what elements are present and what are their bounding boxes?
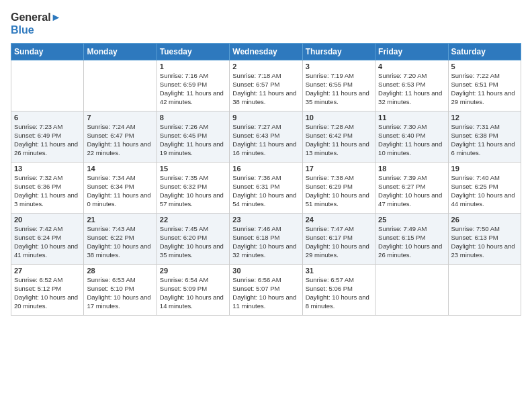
calendar-body: 1 Sunrise: 7:16 AM Sunset: 6:59 PM Dayli… — [11, 60, 521, 316]
sunrise-text: Sunrise: 7:38 AM — [306, 174, 372, 183]
sunrise-text: Sunrise: 6:53 AM — [87, 276, 153, 285]
sunrise-text: Sunrise: 7:20 AM — [378, 72, 445, 81]
day-number: 2 — [232, 62, 299, 71]
daylight-text: Daylight: 11 hours and 16 minutes. — [232, 140, 299, 158]
day-number: 6 — [14, 113, 81, 122]
day-number: 4 — [378, 62, 445, 71]
sunrise-text: Sunrise: 7:42 AM — [14, 225, 81, 234]
cell-content: Sunrise: 7:24 AM Sunset: 6:47 PM Dayligh… — [87, 123, 153, 157]
calendar-cell: 10 Sunrise: 7:28 AM Sunset: 6:42 PM Dayl… — [302, 111, 375, 163]
cell-content: Sunrise: 7:31 AM Sunset: 6:38 PM Dayligh… — [451, 123, 518, 157]
calendar-cell — [448, 265, 521, 316]
cell-content: Sunrise: 7:26 AM Sunset: 6:45 PM Dayligh… — [160, 123, 226, 157]
sunrise-text: Sunrise: 7:23 AM — [14, 123, 81, 132]
sunset-text: Sunset: 6:34 PM — [87, 183, 153, 191]
header-cell-thursday: Thursday — [302, 44, 375, 60]
sunrise-text: Sunrise: 7:26 AM — [160, 123, 226, 132]
day-number: 31 — [306, 267, 372, 275]
calendar-cell: 11 Sunrise: 7:30 AM Sunset: 6:40 PM Dayl… — [375, 111, 448, 163]
cell-content: Sunrise: 7:35 AM Sunset: 6:32 PM Dayligh… — [160, 174, 226, 208]
calendar-cell: 8 Sunrise: 7:26 AM Sunset: 6:45 PM Dayli… — [157, 111, 229, 163]
calendar-cell: 23 Sunrise: 7:46 AM Sunset: 6:18 PM Dayl… — [230, 214, 302, 265]
sunrise-text: Sunrise: 7:47 AM — [306, 225, 372, 234]
sunset-text: Sunset: 6:24 PM — [14, 234, 81, 242]
daylight-text: Daylight: 10 hours and 35 minutes. — [160, 242, 226, 260]
day-number: 24 — [306, 216, 372, 224]
sunrise-text: Sunrise: 7:32 AM — [14, 174, 81, 183]
daylight-text: Daylight: 10 hours and 17 minutes. — [87, 293, 153, 311]
daylight-text: Daylight: 11 hours and 42 minutes. — [160, 89, 226, 107]
calendar-header: SundayMondayTuesdayWednesdayThursdayFrid… — [11, 44, 521, 60]
daylight-text: Daylight: 10 hours and 38 minutes. — [87, 242, 153, 260]
week-row-2: 6 Sunrise: 7:23 AM Sunset: 6:49 PM Dayli… — [11, 111, 521, 163]
cell-content: Sunrise: 7:18 AM Sunset: 6:57 PM Dayligh… — [232, 72, 299, 106]
daylight-text: Daylight: 11 hours and 35 minutes. — [306, 89, 372, 107]
cell-content: Sunrise: 7:42 AM Sunset: 6:24 PM Dayligh… — [14, 225, 81, 259]
day-number: 22 — [160, 216, 226, 224]
sunrise-text: Sunrise: 7:19 AM — [306, 72, 372, 81]
day-number: 18 — [378, 165, 445, 173]
sunrise-text: Sunrise: 7:16 AM — [160, 72, 226, 81]
sunset-text: Sunset: 5:12 PM — [14, 285, 81, 293]
sunset-text: Sunset: 6:43 PM — [232, 132, 299, 140]
sunset-text: Sunset: 6:25 PM — [451, 183, 518, 191]
sunset-text: Sunset: 6:53 PM — [378, 81, 445, 89]
week-row-4: 20 Sunrise: 7:42 AM Sunset: 6:24 PM Dayl… — [11, 214, 521, 265]
sunrise-text: Sunrise: 7:46 AM — [232, 225, 299, 234]
header-cell-saturday: Saturday — [448, 44, 521, 60]
header-cell-sunday: Sunday — [11, 44, 84, 60]
calendar-cell: 12 Sunrise: 7:31 AM Sunset: 6:38 PM Dayl… — [448, 111, 521, 163]
calendar-cell: 20 Sunrise: 7:42 AM Sunset: 6:24 PM Dayl… — [11, 214, 84, 265]
daylight-text: Daylight: 11 hours and 32 minutes. — [378, 89, 445, 107]
calendar-cell: 14 Sunrise: 7:34 AM Sunset: 6:34 PM Dayl… — [84, 163, 157, 214]
calendar-cell: 1 Sunrise: 7:16 AM Sunset: 6:59 PM Dayli… — [157, 60, 229, 111]
cell-content: Sunrise: 7:34 AM Sunset: 6:34 PM Dayligh… — [87, 174, 153, 208]
cell-content: Sunrise: 7:40 AM Sunset: 6:25 PM Dayligh… — [451, 174, 518, 208]
sunset-text: Sunset: 6:42 PM — [306, 132, 372, 140]
calendar-cell: 17 Sunrise: 7:38 AM Sunset: 6:29 PM Dayl… — [302, 163, 375, 214]
sunrise-text: Sunrise: 7:36 AM — [232, 174, 299, 183]
page: General► Blue SundayMondayTuesdayWednesd… — [0, 0, 532, 411]
calendar-cell: 25 Sunrise: 7:49 AM Sunset: 6:15 PM Dayl… — [375, 214, 448, 265]
daylight-text: Daylight: 10 hours and 41 minutes. — [14, 242, 81, 260]
daylight-text: Daylight: 10 hours and 57 minutes. — [160, 191, 226, 209]
cell-content: Sunrise: 6:56 AM Sunset: 5:07 PM Dayligh… — [232, 276, 299, 310]
cell-content: Sunrise: 6:53 AM Sunset: 5:10 PM Dayligh… — [87, 276, 153, 310]
sunset-text: Sunset: 6:29 PM — [306, 183, 372, 191]
cell-content: Sunrise: 7:28 AM Sunset: 6:42 PM Dayligh… — [306, 123, 372, 157]
calendar-cell: 7 Sunrise: 7:24 AM Sunset: 6:47 PM Dayli… — [84, 111, 157, 163]
cell-content: Sunrise: 7:36 AM Sunset: 6:31 PM Dayligh… — [232, 174, 299, 208]
daylight-text: Daylight: 11 hours and 19 minutes. — [160, 140, 226, 158]
cell-content: Sunrise: 7:16 AM Sunset: 6:59 PM Dayligh… — [160, 72, 226, 106]
daylight-text: Daylight: 11 hours and 0 minutes. — [87, 191, 153, 209]
day-number: 14 — [87, 165, 153, 173]
sunset-text: Sunset: 6:57 PM — [232, 81, 299, 89]
sunset-text: Sunset: 6:49 PM — [14, 132, 81, 140]
sunrise-text: Sunrise: 7:31 AM — [451, 123, 518, 132]
calendar-cell: 29 Sunrise: 6:54 AM Sunset: 5:09 PM Dayl… — [157, 265, 229, 316]
cell-content: Sunrise: 6:52 AM Sunset: 5:12 PM Dayligh… — [14, 276, 81, 310]
day-number: 28 — [87, 267, 153, 275]
calendar-cell: 18 Sunrise: 7:39 AM Sunset: 6:27 PM Dayl… — [375, 163, 448, 214]
daylight-text: Daylight: 10 hours and 14 minutes. — [160, 293, 226, 311]
sunrise-text: Sunrise: 7:49 AM — [378, 225, 445, 234]
daylight-text: Daylight: 11 hours and 38 minutes. — [232, 89, 299, 107]
sunrise-text: Sunrise: 6:54 AM — [160, 276, 226, 285]
sunrise-text: Sunrise: 6:57 AM — [306, 276, 372, 285]
daylight-text: Daylight: 10 hours and 20 minutes. — [14, 293, 81, 311]
cell-content: Sunrise: 7:38 AM Sunset: 6:29 PM Dayligh… — [306, 174, 372, 208]
calendar-cell: 2 Sunrise: 7:18 AM Sunset: 6:57 PM Dayli… — [230, 60, 302, 111]
sunset-text: Sunset: 6:40 PM — [378, 132, 445, 140]
sunset-text: Sunset: 6:27 PM — [378, 183, 445, 191]
calendar-cell — [11, 60, 84, 111]
header-cell-tuesday: Tuesday — [157, 44, 229, 60]
cell-content: Sunrise: 7:22 AM Sunset: 6:51 PM Dayligh… — [451, 72, 518, 106]
daylight-text: Daylight: 11 hours and 13 minutes. — [306, 140, 372, 158]
sunrise-text: Sunrise: 6:52 AM — [14, 276, 81, 285]
cell-content: Sunrise: 7:39 AM Sunset: 6:27 PM Dayligh… — [378, 174, 445, 208]
calendar-cell: 22 Sunrise: 7:45 AM Sunset: 6:20 PM Dayl… — [157, 214, 229, 265]
day-number: 11 — [378, 113, 445, 122]
sunset-text: Sunset: 5:09 PM — [160, 285, 226, 293]
day-number: 25 — [378, 216, 445, 224]
daylight-text: Daylight: 10 hours and 32 minutes. — [232, 242, 299, 260]
